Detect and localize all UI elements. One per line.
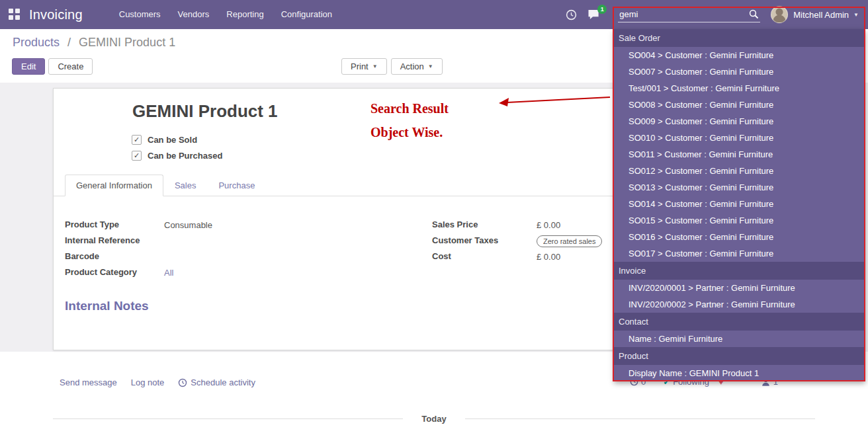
search-result-item[interactable]: SO013 > Customer : Gemini Furniture <box>614 179 865 196</box>
user-menu-caret-icon[interactable]: ▼ <box>853 12 859 18</box>
edit-button[interactable]: Edit <box>12 58 45 75</box>
search-result-item[interactable]: SO016 > Customer : Gemini Furniture <box>614 229 865 245</box>
search-result-item[interactable]: SO011 > Customer : Gemini Furniture <box>614 146 865 163</box>
action-label: Action <box>400 61 424 71</box>
search-result-item[interactable]: SO009 > Customer : Gemini Furniture <box>614 113 865 130</box>
field-label-product-type: Product Type <box>65 219 164 229</box>
user-menu[interactable]: Mitchell Admin <box>793 10 849 20</box>
date-divider-label: Today <box>421 414 446 424</box>
breadcrumb-separator: / <box>67 36 71 49</box>
search-dropdown: Sale OrderSO004 > Customer : Gemini Furn… <box>614 29 865 381</box>
search-input[interactable] <box>618 7 760 22</box>
navbar-menu-vendors[interactable]: Vendors <box>169 0 218 29</box>
search-result-item[interactable]: Test/001 > Customer : Gemini Furniture <box>614 80 865 97</box>
schedule-activity-label: Schedule activity <box>191 377 255 387</box>
field-label-sales-price: Sales Price <box>432 219 537 229</box>
breadcrumb-current: GEMINI Product 1 <box>79 36 175 49</box>
navbar-menu-customers[interactable]: Customers <box>110 0 169 29</box>
log-note-link[interactable]: Log note <box>131 377 165 387</box>
chatter-composer: Send message Log note Schedule activity <box>60 377 255 387</box>
annotation-arrow-icon <box>498 91 617 108</box>
field-row-product-category: Product CategoryAll <box>65 267 409 280</box>
schedule-activity-link[interactable]: Schedule activity <box>178 377 255 387</box>
divider-line <box>53 418 403 419</box>
tab-general-information[interactable]: General Information <box>65 175 163 196</box>
activities-clock-icon[interactable] <box>566 9 577 20</box>
messages-badge: 1 <box>597 5 607 14</box>
search-result-item[interactable]: SO004 > Customer : Gemini Furniture <box>614 47 865 63</box>
field-label-product-category: Product Category <box>65 267 164 277</box>
user-avatar[interactable] <box>771 6 788 23</box>
field-label-cost: Cost <box>432 251 537 261</box>
search-result-item[interactable]: INV/2020/0002 > Partner : Gemini Furnitu… <box>614 296 865 313</box>
print-caret-icon: ▼ <box>372 63 378 69</box>
app-title[interactable]: Invoicing <box>29 7 83 22</box>
app-window: Invoicing CustomersVendorsReportingConfi… <box>0 0 868 435</box>
divider-line <box>465 418 815 419</box>
checkbox-icon[interactable]: ✓ <box>132 151 142 161</box>
search-result-item[interactable]: SO015 > Customer : Gemini Furniture <box>614 212 865 229</box>
date-divider: Today <box>53 414 815 424</box>
messages-icon[interactable]: 1 <box>587 9 601 20</box>
top-navbar: Invoicing CustomersVendorsReportingConfi… <box>0 0 868 29</box>
search-icon[interactable] <box>749 9 759 22</box>
search-group-contact: Contact <box>614 313 865 331</box>
tab-purchase[interactable]: Purchase <box>207 175 266 196</box>
search-result-item[interactable]: SO012 > Customer : Gemini Furniture <box>614 163 865 179</box>
annotation-line2: Object Wise. <box>370 120 449 144</box>
navbar-menu: CustomersVendorsReportingConfiguration <box>110 0 341 29</box>
search-result-item[interactable]: SO017 > Customer : Gemini Furniture <box>614 245 865 262</box>
action-caret-icon: ▼ <box>428 63 433 69</box>
checkbox-can-be-sold[interactable]: ✓Can be Sold <box>132 135 222 145</box>
field-row-product-type: Product TypeConsumable <box>65 219 409 232</box>
action-buttons: Print ▼ Action ▼ <box>341 58 443 75</box>
search-group-invoice: Invoice <box>614 262 865 280</box>
tab-sales[interactable]: Sales <box>163 175 208 196</box>
search-result-item[interactable]: Display Name : GEMINI Product 1 <box>614 365 865 381</box>
send-message-link[interactable]: Send message <box>60 377 117 387</box>
form-buttons: Edit Create <box>12 58 93 75</box>
search-result-item[interactable]: SO014 > Customer : Gemini Furniture <box>614 196 865 212</box>
checkbox-icon[interactable]: ✓ <box>132 135 142 145</box>
annotation-line1: Search Result <box>370 97 449 120</box>
action-menu-button[interactable]: Action ▼ <box>391 58 443 75</box>
clock-icon <box>178 378 187 387</box>
annotation-text: Search Result Object Wise. <box>370 97 449 144</box>
field-label-customer-taxes: Customer Taxes <box>432 235 537 245</box>
navbar-menu-reporting[interactable]: Reporting <box>218 0 272 29</box>
field-row-barcode: Barcode <box>65 251 409 264</box>
field-label-barcode: Barcode <box>65 251 164 261</box>
field-value-cost: £ 0.00 <box>537 251 560 263</box>
navbar-right: 1 Mitchell Admin ▼ <box>566 6 868 23</box>
field-value-sales-price: £ 0.00 <box>537 219 560 231</box>
breadcrumb: Products / GEMINI Product 1 <box>13 36 175 50</box>
search-result-item[interactable]: SO008 > Customer : Gemini Furniture <box>614 97 865 113</box>
field-label-internal-reference: Internal Reference <box>65 235 164 245</box>
checkbox-can-be-purchased[interactable]: ✓Can be Purchased <box>132 151 222 161</box>
field-value-product-type: Consumable <box>164 219 212 231</box>
field-value-customer-taxes: Zero rated sales <box>537 235 602 247</box>
product-flags: ✓Can be Sold✓Can be Purchased <box>132 135 222 167</box>
apps-menu-icon[interactable] <box>9 9 21 20</box>
search-result-item[interactable]: SO010 > Customer : Gemini Furniture <box>614 130 865 146</box>
print-menu-button[interactable]: Print ▼ <box>341 58 387 75</box>
print-label: Print <box>351 61 369 71</box>
navbar-menu-configuration[interactable]: Configuration <box>273 0 341 29</box>
internal-notes-heading: Internal Notes <box>65 299 149 313</box>
navbar-search <box>618 7 760 22</box>
checkbox-label: Can be Purchased <box>148 151 222 161</box>
checkbox-label: Can be Sold <box>148 135 197 145</box>
product-title: GEMINI Product 1 <box>132 101 278 122</box>
search-group-sale-order: Sale Order <box>614 29 865 47</box>
field-row-internal-reference: Internal Reference <box>65 235 409 248</box>
breadcrumb-products-link[interactable]: Products <box>13 36 60 49</box>
search-result-item[interactable]: INV/2020/0001 > Partner : Gemini Furnitu… <box>614 280 865 296</box>
field-value-product-category[interactable]: All <box>164 267 173 279</box>
search-result-item[interactable]: Name : Gemini Furniture <box>614 331 865 347</box>
left-field-column: Product TypeConsumableInternal Reference… <box>65 219 409 283</box>
search-result-item[interactable]: SO007 > Customer : Gemini Furniture <box>614 63 865 80</box>
search-group-product: Product <box>614 347 865 365</box>
create-button[interactable]: Create <box>48 58 93 75</box>
